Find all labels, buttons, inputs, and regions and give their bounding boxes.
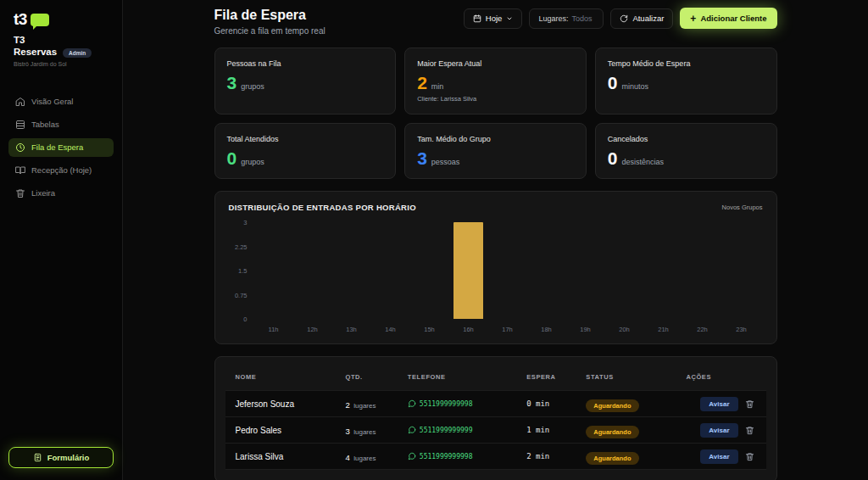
whatsapp-link[interactable]: 5511999999999	[408, 426, 473, 434]
col-header-espera: ESPERA	[520, 364, 579, 391]
date-filter-button[interactable]: Hoje	[464, 8, 523, 29]
stat-card-pessoas-na-fila: Pessoas na Fila 3 grupos	[214, 47, 397, 114]
chart-column	[605, 222, 644, 319]
delete-button[interactable]	[745, 426, 754, 435]
sidebar-item-recepcao-hoje[interactable]: Recepção (Hoje)	[8, 161, 114, 180]
chart-column	[332, 222, 371, 319]
table-header-row: NOME QTD. TELEFONE ESPERA STATUS AÇÕES	[225, 364, 766, 391]
chart-column	[254, 222, 293, 319]
chart-y-tick: 3	[243, 219, 247, 226]
chart-column	[722, 222, 761, 319]
actions-cell: Avisar	[679, 417, 765, 444]
qty-unit: lugares	[353, 455, 376, 462]
col-header-telefone: TELEFONE	[401, 364, 520, 391]
stat-value: 0	[608, 74, 618, 92]
whatsapp-link[interactable]: 5511999999998	[408, 399, 473, 408]
qty-unit: lugares	[353, 428, 376, 436]
actions-cell: Avisar	[679, 391, 765, 417]
add-client-label: Adicionar Cliente	[700, 14, 766, 23]
chart-card: DISTRIBUIÇÃO DE ENTRADAS POR HORÁRIO Nov…	[214, 191, 777, 344]
stat-extra: Cliente: Larissa Silva	[417, 95, 574, 103]
page-header: Fila de Espera Gerencie a fila em tempo …	[214, 8, 777, 36]
chart-x-tick: 18h	[527, 326, 566, 333]
chart-legend: Novos Grupos	[722, 204, 763, 211]
formulario-button[interactable]: Formulário	[8, 447, 114, 468]
whatsapp-link[interactable]: 5511999999998	[408, 452, 473, 460]
stat-unit: pessoas	[431, 158, 460, 166]
queue-table-card: NOME QTD. TELEFONE ESPERA STATUS AÇÕES J…	[214, 356, 777, 480]
col-header-status: STATUS	[579, 364, 679, 391]
chart-y-tick: 0	[243, 315, 247, 323]
chart-bars	[254, 222, 761, 319]
sidebar-item-tabelas[interactable]: Tabelas	[8, 115, 114, 134]
stat-label: Cancelados	[608, 135, 765, 143]
notify-button[interactable]: Avisar	[700, 397, 737, 411]
nav-label: Tabelas	[31, 120, 59, 129]
app: t3 T3 Reservas Admin Bistrô Jardim do So…	[0, 0, 868, 480]
actions-wrap: Avisar	[686, 449, 759, 464]
main: Fila de Espera Gerencie a fila em tempo …	[123, 0, 868, 480]
stat-label: Tam. Médio do Grupo	[417, 135, 574, 143]
wait-time: 2 min	[520, 444, 579, 470]
nav-label: Lixeira	[31, 188, 55, 198]
actions-cell: Avisar	[679, 444, 765, 470]
chat-bubble-icon	[31, 14, 49, 26]
chart-x-tick: 11h	[254, 326, 293, 333]
status-cell: Aguardando	[579, 391, 679, 417]
notify-button[interactable]: Avisar	[700, 449, 737, 464]
status-cell: Aguardando	[579, 417, 679, 444]
form-icon	[33, 453, 42, 462]
sidebar-nav: Visão Geral Tabelas Fila de Espera Recep…	[0, 92, 122, 203]
sidebar-item-fila-de-espera[interactable]: Fila de Espera	[8, 138, 114, 157]
delete-button[interactable]	[745, 399, 754, 409]
stat-value: 0	[227, 149, 237, 167]
stat-label: Pessoas na Fila	[227, 59, 384, 68]
stat-card-maior-espera: Maior Espera Atual 2 min Cliente: Lariss…	[404, 47, 587, 114]
lugares-filter[interactable]: Lugares: Todos	[529, 8, 604, 29]
chart-column	[644, 222, 683, 319]
stat-row: 2 min	[417, 74, 574, 92]
client-name: Jeferson Souza	[225, 391, 339, 417]
phone-cell: 5511999999998	[401, 391, 520, 417]
page-heading: Fila de Espera Gerencie a fila em tempo …	[214, 8, 326, 36]
chart-x-tick: 20h	[605, 326, 644, 333]
party-size: 4 lugares	[338, 444, 400, 470]
client-name: Larissa Silva	[225, 444, 339, 470]
chart-x-tick: 19h	[566, 326, 605, 333]
add-client-button[interactable]: + Adicionar Cliente	[680, 8, 776, 29]
stat-unit: grupos	[241, 158, 264, 166]
chart-x-tick: 17h	[488, 326, 527, 333]
refresh-icon	[620, 14, 628, 23]
stat-unit: min	[431, 82, 444, 91]
venue-name: Bistrô Jardim do Sol	[0, 59, 122, 67]
sidebar-item-visao-geral[interactable]: Visão Geral	[8, 92, 114, 111]
stat-unit: grupos	[241, 82, 264, 91]
notify-button[interactable]: Avisar	[700, 423, 737, 438]
chart-column	[488, 222, 527, 319]
logo-text: t3	[14, 10, 27, 29]
refresh-button[interactable]: Atualizar	[610, 8, 673, 29]
stat-label: Tempo Médio de Espera	[608, 59, 765, 68]
nav-label: Recepção (Hoje)	[31, 165, 92, 175]
stat-unit: minutos	[622, 82, 649, 91]
actions-wrap: Avisar	[686, 397, 759, 411]
chart-x-tick: 14h	[371, 326, 410, 333]
status-cell: Aguardando	[579, 444, 679, 470]
stat-value: 2	[417, 74, 427, 92]
stat-row: 3 grupos	[227, 74, 384, 92]
formulario-label: Formulário	[47, 453, 90, 462]
stat-card-cancelados: Cancelados 0 desistências	[595, 123, 777, 179]
chart-header: DISTRIBUIÇÃO DE ENTRADAS POR HORÁRIO Nov…	[225, 203, 766, 212]
status-badge: Aguardando	[586, 399, 638, 412]
chart-x-tick: 21h	[644, 326, 683, 333]
chart-x-tick: 15h	[410, 326, 449, 333]
chart-x-tick: 13h	[332, 326, 371, 333]
lugares-label: Lugares:	[538, 14, 568, 23]
sidebar-item-lixeira[interactable]: Lixeira	[8, 184, 114, 203]
stat-row: 0 grupos	[227, 149, 384, 167]
stat-value: 3	[417, 149, 427, 167]
header-actions: Hoje Lugares: Todos Atualizar	[464, 8, 777, 29]
lugares-value: Todos	[571, 14, 592, 23]
delete-button[interactable]	[745, 452, 754, 461]
calendar-icon	[473, 14, 481, 23]
